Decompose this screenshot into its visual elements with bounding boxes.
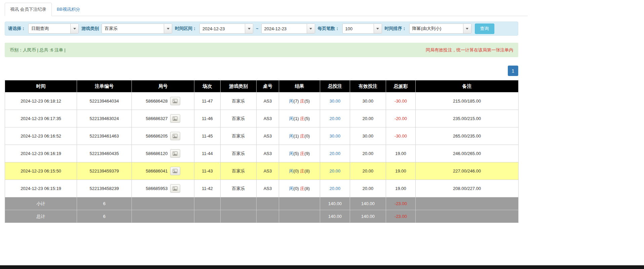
date-to-value: 2024-12-23 (262, 24, 307, 33)
replay-image-button[interactable] (170, 149, 180, 158)
game-type-select[interactable]: 百家乐 (102, 24, 172, 34)
image-icon (173, 99, 178, 103)
search-button[interactable]: 查询 (475, 24, 494, 34)
column-header: 桌号 (257, 80, 279, 92)
page-size-label: 每页笔数： (318, 26, 340, 32)
cell-total-bet: 20.00 (320, 145, 350, 162)
column-header: 总投注 (320, 80, 350, 92)
payout-value: 19.00 (395, 151, 406, 156)
round-number: 586686205 (146, 133, 167, 139)
round-number: 586686428 (146, 99, 167, 104)
cell-result: 闲(1) 庄(0) (279, 127, 320, 145)
date-from-dropdown-button[interactable] (245, 24, 253, 33)
column-header: 备注 (416, 80, 519, 92)
cell-table-no: AS3 (257, 110, 279, 127)
table-row: 2024-12-23 06:15:19522139458239586685953… (5, 180, 519, 197)
cell-round: 586686428 (132, 92, 194, 110)
result-player-label: 闲 (289, 133, 294, 139)
image-icon (173, 186, 178, 191)
date-to-select[interactable]: 2024-12-23 (261, 24, 315, 34)
replay-image-button[interactable] (170, 184, 180, 193)
cell-bet-id: 522139460435 (77, 145, 132, 162)
total-bet-link[interactable]: 20.00 (330, 116, 341, 121)
cell-total-bet: 20.00 (320, 110, 350, 127)
total-bet-link[interactable]: 20.00 (330, 151, 341, 156)
cell-bet-id: 522139464034 (77, 92, 132, 110)
result-player-label: 闲 (289, 99, 294, 104)
tab-bb-video-points[interactable]: BB视讯积分 (52, 3, 85, 16)
cell-result: 闲(0) 庄(8) (279, 180, 320, 197)
cell-payout: 19.00 (386, 180, 416, 197)
footer-empty (416, 197, 519, 210)
summary-bar: 币别：人民币 | 总共 :6 注单 | 同局有效投注，统一计算在该局第一张注单内 (5, 43, 518, 57)
cell-session: 11-45 (194, 127, 221, 145)
cell-valid-bet: 20.00 (350, 162, 386, 180)
cell-game-type: 百家乐 (221, 110, 257, 127)
game-type-dropdown-button[interactable] (164, 24, 172, 33)
cell-round: 586686041 (132, 162, 194, 180)
footer-label: 小计 (5, 197, 77, 210)
result-banker-score: (9) (304, 151, 310, 156)
subtotal-row: 小计6140.00140.00-23.00 (5, 197, 519, 210)
cell-payout: 19.00 (386, 162, 416, 180)
total-bet-link[interactable]: 30.00 (330, 133, 341, 139)
cell-total-bet: 20.00 (320, 162, 350, 180)
total-bet-link[interactable]: 20.00 (330, 168, 341, 174)
game-type-value: 百家乐 (102, 24, 164, 33)
result-banker-label: 庄 (300, 99, 304, 104)
cell-note: 215.00/185.00 (416, 92, 519, 110)
cell-table-no: AS3 (257, 180, 279, 197)
betting-records-table: 时间注单编号局号场次游戏类别桌号结果总投注有效投注总派彩备注 2024-12-2… (5, 80, 519, 223)
cell-valid-bet: 20.00 (350, 110, 386, 127)
total-bet-link[interactable]: 30.00 (330, 99, 341, 104)
footer-empty (221, 210, 257, 223)
tab-video-betting-records[interactable]: 视讯 会员下注纪录 (5, 3, 52, 16)
sort-order-dropdown-button[interactable] (463, 24, 471, 33)
total-bet-link[interactable]: 20.00 (330, 186, 341, 191)
footer-empty (221, 197, 257, 210)
replay-image-button[interactable] (170, 114, 180, 123)
cell-total-bet: 30.00 (320, 127, 350, 145)
cell-note: 246.00/265.00 (416, 145, 519, 162)
note-warning-text: 同局有效投注，统一计算在该局第一张注单内 (426, 47, 513, 53)
result-banker-label: 庄 (300, 133, 304, 139)
sort-order-value: 降冪(由大到小) (410, 24, 463, 33)
sort-order-select[interactable]: 降冪(由大到小) (409, 24, 471, 34)
column-header: 结果 (279, 80, 320, 92)
cell-note: 227.00/246.00 (416, 162, 519, 180)
result-banker-label: 庄 (300, 186, 304, 191)
footer-empty (194, 210, 221, 223)
replay-image-button[interactable] (170, 132, 180, 140)
cell-note: 208.00/227.00 (416, 180, 519, 197)
column-header: 游戏类别 (221, 80, 257, 92)
date-from-select[interactable]: 2024-12-23 (199, 24, 253, 34)
time-range-label: 时间区间： (175, 26, 197, 32)
cell-payout: -30.00 (386, 92, 416, 110)
page-size-dropdown-button[interactable] (374, 24, 382, 33)
page-size-select[interactable]: 100 (342, 24, 382, 34)
cell-time: 2024-12-23 06:16:19 (5, 145, 77, 162)
query-type-dropdown-button[interactable] (70, 24, 78, 33)
replay-image-button[interactable] (170, 97, 180, 105)
date-to-dropdown-button[interactable] (307, 24, 315, 33)
result-banker-score: (8) (304, 168, 310, 174)
sort-order-label: 时间排序： (385, 26, 407, 32)
cell-game-type: 百家乐 (221, 92, 257, 110)
cell-time: 2024-12-23 06:18:12 (5, 92, 77, 110)
bottom-bar (0, 265, 644, 269)
cell-bet-id: 522139459379 (77, 162, 132, 180)
footer-valid-bet: 140.00 (350, 197, 386, 210)
tab-bar: 视讯 会员下注纪录 BB视讯积分 (5, 3, 528, 16)
round-number: 586686327 (146, 116, 167, 121)
page-1-button[interactable]: 1 (508, 66, 518, 76)
result-banker-score: (0) (304, 133, 310, 139)
game-type-label: 游戏类别 (81, 26, 99, 32)
result-player-label: 闲 (289, 186, 294, 191)
query-type-select[interactable]: 日期查询 (28, 24, 79, 34)
query-type-value: 日期查询 (29, 24, 70, 33)
image-icon (173, 134, 178, 138)
cell-time: 2024-12-23 06:17:35 (5, 110, 77, 127)
replay-image-button[interactable] (170, 167, 180, 175)
result-player-label: 闲 (289, 151, 294, 156)
footer-empty (416, 210, 519, 223)
